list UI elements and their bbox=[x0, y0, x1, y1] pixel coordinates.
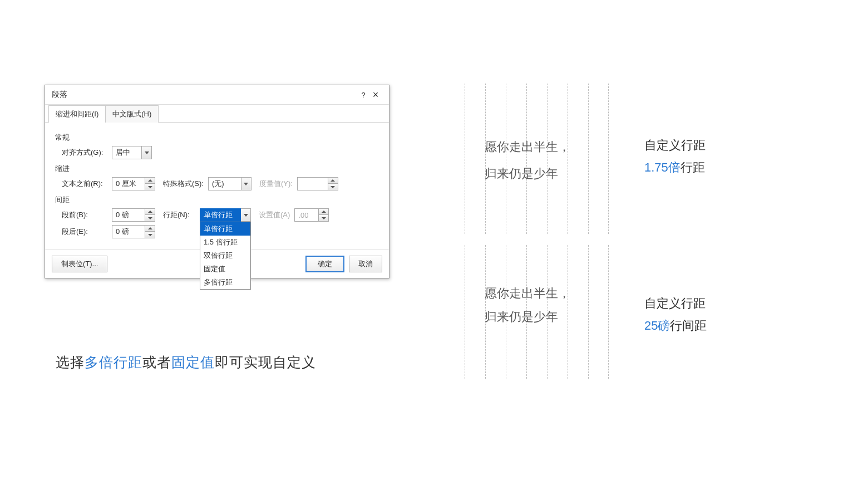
spinner-down-icon bbox=[328, 184, 338, 190]
section-indent: 缩进 bbox=[55, 164, 379, 174]
spinner-up-icon[interactable] bbox=[145, 208, 155, 215]
instruction-caption: 选择多倍行距或者固定值即可实现自定义 bbox=[56, 353, 316, 371]
alignment-combo[interactable]: 居中 bbox=[112, 146, 152, 159]
chevron-down-icon[interactable] bbox=[241, 177, 251, 190]
measure-value-label: 度量值(Y): bbox=[259, 179, 293, 189]
alignment-value: 居中 bbox=[112, 146, 142, 159]
section-general: 常规 bbox=[55, 133, 379, 143]
spinner-up-icon[interactable] bbox=[145, 177, 155, 184]
section-spacing: 间距 bbox=[55, 195, 379, 205]
dropdown-option[interactable]: 固定值 bbox=[200, 262, 250, 276]
before-value: 0 磅 bbox=[112, 208, 145, 222]
dropdown-option[interactable]: 双倍行距 bbox=[200, 249, 250, 262]
before-stepper[interactable]: 0 磅 bbox=[112, 208, 155, 222]
special-format-combo[interactable]: (无) bbox=[208, 177, 251, 190]
before-label: 段前(B): bbox=[62, 210, 107, 220]
spinner-up-icon[interactable] bbox=[145, 225, 155, 232]
annotation-top: 自定义行距 1.75倍行距 bbox=[644, 137, 706, 176]
special-format-label: 特殊格式(S): bbox=[163, 179, 204, 189]
measure-value-stepper bbox=[297, 177, 338, 190]
dropdown-option[interactable]: 多倍行距 bbox=[200, 276, 250, 289]
dropdown-option[interactable]: 1.5 倍行距 bbox=[200, 236, 250, 249]
spinner-down-icon[interactable] bbox=[145, 184, 155, 190]
alignment-label: 对齐方式(G): bbox=[62, 148, 107, 158]
dialog-tabs: 缩进和间距(I) 中文版式(H) bbox=[45, 105, 389, 123]
tabs-button[interactable]: 制表位(T)... bbox=[52, 256, 107, 272]
spinner-down-icon[interactable] bbox=[145, 215, 155, 222]
help-button[interactable]: ? bbox=[358, 91, 369, 99]
spinner-up-icon bbox=[328, 177, 338, 184]
sample-text-bottom: 愿你走出半生， 归来仍是少年 bbox=[485, 282, 570, 329]
tab-indent-spacing[interactable]: 缩进和间距(I) bbox=[48, 105, 106, 123]
line-spacing-dropdown[interactable]: 单倍行距 单倍行距 1.5 倍行距 双倍行距 固定值 多倍行距 bbox=[200, 208, 251, 222]
set-value-stepper[interactable]: .00 bbox=[294, 208, 329, 222]
set-value-label: 设置值(A) bbox=[259, 210, 290, 220]
example-grid-top: 愿你走出半生， 归来仍是少年 bbox=[465, 84, 608, 234]
line-spacing-value: 单倍行距 bbox=[200, 208, 241, 222]
after-label: 段后(E): bbox=[62, 227, 107, 237]
tab-chinese-layout[interactable]: 中文版式(H) bbox=[105, 105, 159, 123]
dropdown-option[interactable]: 单倍行距 bbox=[200, 222, 250, 236]
dialog-titlebar: 段落 ? × bbox=[45, 85, 389, 105]
chevron-down-icon[interactable] bbox=[142, 146, 152, 159]
paragraph-dialog: 段落 ? × 缩进和间距(I) 中文版式(H) 常规 对齐方式(G): 居中 缩… bbox=[45, 85, 389, 278]
ok-button[interactable]: 确定 bbox=[305, 256, 344, 272]
spinner-up-icon[interactable] bbox=[319, 208, 329, 215]
text-before-value: 0 厘米 bbox=[112, 177, 145, 190]
cancel-button[interactable]: 取消 bbox=[349, 256, 382, 272]
close-button[interactable]: × bbox=[369, 91, 382, 99]
set-value-value: .00 bbox=[294, 208, 319, 222]
special-format-value: (无) bbox=[208, 177, 241, 190]
line-spacing-options: 单倍行距 1.5 倍行距 双倍行距 固定值 多倍行距 bbox=[200, 222, 251, 290]
text-before-label: 文本之前(R): bbox=[62, 179, 107, 189]
spinner-down-icon[interactable] bbox=[145, 232, 155, 238]
text-before-stepper[interactable]: 0 厘米 bbox=[112, 177, 155, 190]
sample-text-top: 愿你走出半生， 归来仍是少年 bbox=[485, 134, 570, 187]
after-value: 0 磅 bbox=[112, 225, 145, 238]
chevron-down-icon[interactable] bbox=[241, 208, 251, 222]
spinner-down-icon[interactable] bbox=[319, 215, 329, 222]
annotation-bottom: 自定义行距 25磅行间距 bbox=[644, 295, 707, 334]
after-stepper[interactable]: 0 磅 bbox=[112, 225, 155, 238]
dialog-title: 段落 bbox=[52, 90, 358, 100]
example-grid-bottom: 愿你走出半生， 归来仍是少年 bbox=[465, 245, 608, 379]
line-spacing-label: 行距(N): bbox=[163, 210, 195, 220]
